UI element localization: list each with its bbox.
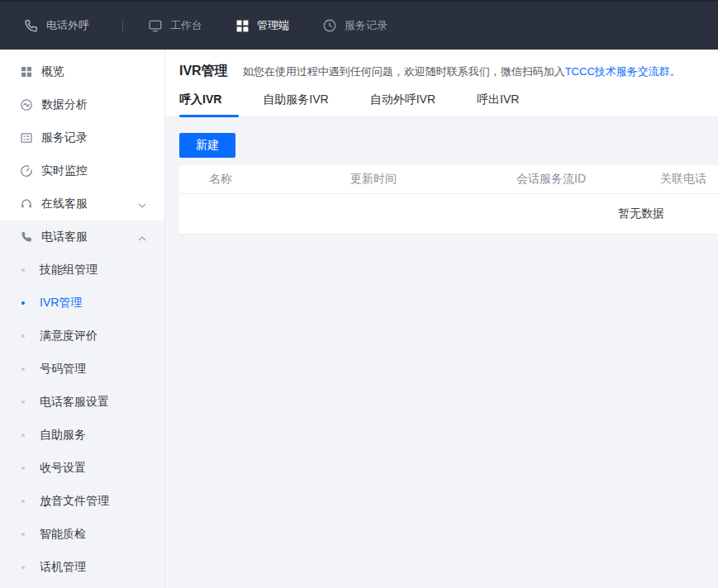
page-title: IVR管理 (179, 63, 228, 80)
sidebar: 概览 数据分析 服务记录 (0, 50, 165, 588)
sidebar-item-label: 概览 (41, 64, 64, 79)
bullet-dot (21, 401, 25, 404)
page-description: 如您在使用过程中遇到任何问题，欢迎随时联系我们，微信扫码加入TCCC技术服务交流… (243, 64, 681, 79)
phone-outbound-icon (23, 18, 39, 34)
bullet-dot (21, 434, 25, 437)
column-header-associated-phone: 关联电话 (660, 172, 718, 187)
analytics-icon (20, 98, 33, 111)
sidebar-subitem-phone-settings[interactable]: 电话客服设置 (0, 386, 164, 419)
nav-item-label: 电话外呼 (46, 18, 89, 33)
column-header-update-time: 更新时间 (350, 172, 516, 187)
top-navbar: 电话外呼 工作台 管理端 (0, 0, 718, 50)
tab-bar: 呼入IVR 自助服务IVR 自动外呼IVR 呼出IVR (165, 86, 718, 117)
bullet-dot (21, 301, 25, 305)
bullet-dot (21, 566, 25, 569)
sidebar-item-phone-service[interactable]: 电话客服 (0, 220, 164, 254)
table-empty-state: 暂无数据 (179, 194, 718, 235)
nav-item-admin[interactable]: 管理端 (235, 18, 289, 33)
sidebar-subitem-label: 放音文件管理 (40, 494, 109, 509)
sidebar-item-records[interactable]: 服务记录 (0, 121, 164, 154)
ivr-table: 名称 更新时间 会话服务流ID 关联电话 暂无数据 (179, 165, 718, 235)
tab-inbound-ivr[interactable]: 呼入IVR (179, 86, 221, 116)
sidebar-subitem-label: IVR管理 (40, 296, 82, 311)
tab-label: 自助服务IVR (263, 92, 328, 106)
nav-item-service-records[interactable]: 服务记录 (322, 18, 388, 33)
sidebar-subitem-quality-inspection[interactable]: 智能质检 (0, 518, 164, 551)
bullet-dot (21, 533, 25, 536)
workbench-icon (148, 18, 163, 33)
sidebar-subitem-label: 满意度评价 (40, 329, 97, 344)
tab-auto-outbound-ivr[interactable]: 自动外呼IVR (370, 86, 435, 116)
sidebar-item-monitor[interactable]: 实时监控 (0, 154, 164, 187)
bullet-dot (21, 334, 25, 338)
sidebar-subitem-label: 技能组管理 (40, 263, 97, 277)
sidebar-subitem-label: 话机管理 (40, 560, 86, 575)
sidebar-subitem-label: 号码管理 (40, 362, 86, 377)
app-window: 电话外呼 工作台 管理端 (0, 0, 718, 588)
chevron-up-icon (138, 230, 146, 244)
sidebar-item-label: 服务记录 (41, 130, 88, 145)
main-content: IVR管理 如您在使用过程中遇到任何问题，欢迎随时联系我们，微信扫码加入TCCC… (165, 50, 718, 588)
nav-item-label: 服务记录 (345, 18, 388, 33)
sidebar-item-label: 实时监控 (41, 164, 88, 178)
create-new-button[interactable]: 新建 (179, 133, 235, 158)
headset-icon (20, 197, 33, 211)
chevron-down-icon (138, 197, 146, 211)
clock-icon (322, 18, 337, 33)
nav-item-phone-outbound[interactable]: 电话外呼 (23, 18, 89, 34)
sidebar-item-overview[interactable]: 概览 (0, 55, 164, 88)
sidebar-item-label: 数据分析 (41, 97, 88, 112)
sidebar-subitem-label: 收号设置 (40, 461, 86, 476)
records-icon (20, 131, 33, 145)
active-tab-underline (179, 115, 239, 117)
sidebar-subitem-skill-groups[interactable]: 技能组管理 (0, 254, 164, 287)
sidebar-item-analytics[interactable]: 数据分析 (0, 88, 164, 121)
nav-divider (122, 18, 123, 33)
sidebar-phone-section: 电话客服 技能组管理 IVR管理 满意 (0, 220, 164, 588)
tab-label: 自动外呼IVR (370, 92, 435, 106)
sidebar-subitem-number-collection[interactable]: 收号设置 (0, 452, 164, 485)
table-header-row: 名称 更新时间 会话服务流ID 关联电话 (179, 165, 718, 194)
sidebar-subitem-phone-device[interactable]: 话机管理 (0, 551, 164, 584)
nav-item-workbench[interactable]: 工作台 (148, 18, 202, 33)
tab-outbound-ivr[interactable]: 呼出IVR (477, 86, 519, 116)
nav-item-label: 管理端 (257, 18, 289, 33)
sidebar-subitem-label: 智能质检 (40, 527, 86, 542)
sidebar-subitem-label: 自助服务 (40, 428, 86, 443)
sidebar-subitem-satisfaction[interactable]: 满意度评价 (0, 320, 164, 353)
page-description-text: 如您在使用过程中遇到任何问题，欢迎随时联系我们，微信扫码加入 (243, 65, 565, 78)
bullet-dot (21, 368, 25, 371)
column-header-session-flow-id: 会话服务流ID (516, 172, 660, 187)
sidebar-item-label: 在线客服 (41, 197, 88, 211)
sidebar-subitem-audio-files[interactable]: 放音文件管理 (0, 485, 164, 518)
sidebar-subitem-label: 电话客服设置 (40, 395, 109, 410)
sidebar-subitem-ivr-management[interactable]: IVR管理 (0, 287, 164, 320)
bullet-dot (21, 268, 25, 272)
sidebar-item-online-service[interactable]: 在线客服 (0, 187, 164, 220)
nav-item-label: 工作台 (170, 18, 202, 33)
tab-label: 呼出IVR (477, 92, 519, 106)
main-header: IVR管理 如您在使用过程中遇到任何问题，欢迎随时联系我们，微信扫码加入TCCC… (165, 50, 718, 117)
tab-label: 呼入IVR (179, 92, 221, 106)
admin-grid-icon (235, 19, 250, 33)
monitor-icon (20, 164, 33, 178)
sidebar-subitem-number-management[interactable]: 号码管理 (0, 353, 164, 386)
tab-content: 新建 名称 更新时间 会话服务流ID 关联电话 暂无数据 (165, 117, 718, 588)
phone-icon (20, 230, 33, 244)
tccc-group-link[interactable]: TCCC技术服务交流群。 (565, 65, 681, 78)
column-header-name: 名称 (179, 172, 350, 187)
bullet-dot (21, 500, 25, 503)
sidebar-subitem-self-service[interactable]: 自助服务 (0, 419, 164, 452)
overview-icon (20, 65, 33, 78)
tab-self-service-ivr[interactable]: 自助服务IVR (263, 86, 328, 116)
bullet-dot (21, 467, 25, 470)
sidebar-item-label: 电话客服 (41, 230, 88, 244)
